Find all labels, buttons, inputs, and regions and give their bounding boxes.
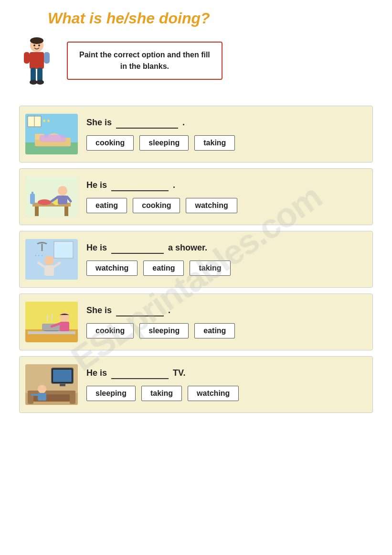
option-5-2[interactable]: watching [188,386,239,401]
svg-rect-45 [28,331,75,334]
question-content-3: He is a shower.watchingeatingtaking [86,243,363,276]
option-4-2[interactable]: eating [194,323,235,338]
question-image-1: ★★ [25,114,78,154]
svg-rect-59 [38,393,46,401]
svg-rect-56 [28,391,33,404]
svg-rect-52 [53,370,72,382]
options-row-3: watchingeatingtaking [86,261,363,276]
svg-rect-5 [30,52,44,69]
sentence-3: He is a shower. [86,243,363,254]
svg-point-2 [33,44,35,46]
page-title: What is he/she doing? [48,10,373,27]
svg-point-58 [38,385,46,393]
option-5-1[interactable]: taking [141,386,182,401]
sentence-5: He is TV. [86,368,363,379]
character-figure [19,37,57,91]
svg-point-3 [38,44,40,46]
option-2-1[interactable]: cooking [133,198,180,213]
svg-rect-20 [40,135,66,142]
question-row-5: He is TV.sleepingtakingwatching [19,356,373,413]
question-image-4 [25,302,78,342]
svg-text:· · ·: · · · [35,252,43,259]
svg-rect-27 [30,194,35,204]
instruction-box: Paint the correct option and then fill i… [67,42,222,80]
question-content-2: He is .eatingcookingwatching [86,180,363,213]
question-image-2 [25,176,78,217]
options-row-2: eatingcookingwatching [86,198,363,213]
question-row-2: He is .eatingcookingwatching [19,168,373,225]
svg-rect-30 [58,196,67,204]
svg-point-10 [30,80,37,85]
option-3-0[interactable]: watching [86,261,138,276]
question-content-4: She is .cookingsleepingeating [86,305,363,338]
options-row-1: cookingsleepingtaking [86,135,363,151]
svg-point-29 [58,186,67,196]
svg-rect-47 [60,322,69,331]
instruction-line2: in the blanks. [120,62,169,70]
question-image-3: · · · [25,239,78,280]
instruction-line1: Paint the correct option and then fill [79,51,210,59]
svg-rect-28 [32,192,33,195]
svg-point-37 [44,256,54,265]
svg-point-1 [30,37,43,44]
svg-rect-23 [35,207,39,216]
options-row-4: cookingsleepingeating [86,323,363,338]
question-row-3: · · · He is a shower.watchingeatingtakin… [19,231,373,288]
svg-point-25 [38,199,51,205]
option-5-0[interactable]: sleeping [86,386,136,401]
sentence-4: She is . [86,305,363,316]
option-2-0[interactable]: eating [86,198,127,213]
question-row-4: She is .cookingsleepingeating [19,294,373,350]
option-3-2[interactable]: taking [190,261,230,276]
svg-rect-6 [24,52,30,64]
svg-rect-24 [64,207,68,216]
header-area: Paint the correct option and then fill i… [19,37,373,91]
sentence-1: She is . [86,118,363,129]
option-1-0[interactable]: cooking [86,135,134,151]
sentence-2: He is . [86,180,363,191]
svg-rect-57 [70,391,75,404]
option-1-2[interactable]: taking [194,135,235,151]
svg-text:★★: ★★ [42,118,51,123]
svg-point-11 [36,80,44,85]
svg-rect-7 [44,52,50,64]
svg-rect-38 [44,265,54,276]
question-content-5: He is TV.sleepingtakingwatching [86,368,363,401]
svg-rect-53 [60,383,65,386]
svg-rect-34 [54,241,73,258]
option-4-1[interactable]: sleeping [139,323,189,338]
questions-area: ★★ She is .cookingsleepingtaking [19,106,373,413]
question-image-5 [25,364,78,405]
question-row-1: ★★ She is .cookingsleepingtaking [19,106,373,163]
option-1-1[interactable]: sleeping [139,135,189,151]
option-4-0[interactable]: cooking [86,323,134,338]
options-row-5: sleepingtakingwatching [86,386,363,401]
option-3-1[interactable]: eating [143,261,184,276]
question-content-1: She is .cookingsleepingtaking [86,118,363,151]
option-2-2[interactable]: watching [186,198,237,213]
svg-rect-55 [28,391,75,394]
